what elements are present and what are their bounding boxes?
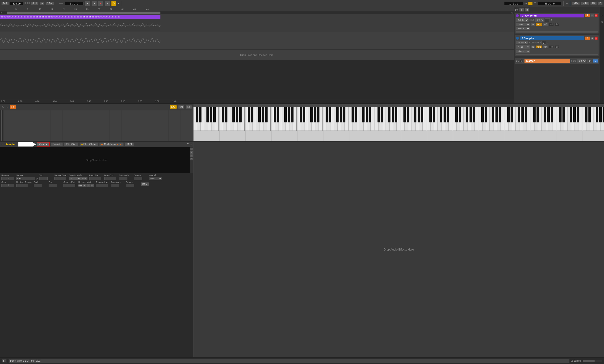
master-rate-select[interactable]: 1/2 — [577, 59, 587, 63]
release-btn-1[interactable]: → — [82, 184, 86, 187]
pr-sel-btn[interactable]: Sel — [186, 105, 192, 109]
track-2-in-btn[interactable]: In — [531, 45, 535, 49]
track-1-rate-select[interactable]: 1/2 — [535, 18, 544, 22]
modulation-tab-btn[interactable]: Modulation — [99, 142, 123, 146]
sample-field[interactable] — [16, 177, 35, 180]
pitchosc-tab-btn[interactable]: Pitch/Osc — [64, 142, 78, 146]
track-1-output-select[interactable]: Master — [516, 27, 530, 30]
scroll-l-btn[interactable]: L — [190, 154, 193, 157]
sample-tab-btn[interactable]: Sample — [51, 142, 63, 146]
scroll-b-btn[interactable]: B — [190, 148, 193, 151]
interpol-select[interactable]: Norm — [149, 177, 162, 180]
pr-key-btn[interactable]: Key — [170, 105, 176, 109]
release-loop-field[interactable] — [96, 184, 108, 187]
pencil-icon[interactable]: ✏ — [566, 2, 568, 5]
audio-effects-panel[interactable]: Drop Audio Effects Here — [193, 141, 604, 357]
track-2-routing-select[interactable]: None — [516, 45, 530, 49]
master-play-btn[interactable]: ▶ — [520, 59, 524, 63]
ram-btn[interactable]: RAM — [141, 182, 149, 186]
io-btn[interactable]: I — [601, 9, 603, 10]
bar-display[interactable]: 36 . 0 . 0 — [538, 2, 561, 5]
master-name[interactable]: Master — [525, 59, 570, 63]
sampler-help-btn[interactable]: ? — [187, 143, 189, 146]
midi-display[interactable]: MIDI — [581, 2, 589, 5]
sampler-expand-btn[interactable]: □ — [190, 143, 192, 146]
master-vol[interactable]: 0 — [588, 59, 592, 63]
key-display[interactable]: KEY — [572, 2, 580, 5]
pr-lin-btn[interactable]: Lin — [10, 105, 16, 109]
pos-display-left[interactable]: 1 . 1 . 1 — [65, 2, 84, 5]
back-to-start-btn[interactable]: ⟵ — [59, 2, 63, 5]
pr-grid-area[interactable] — [3, 110, 193, 141]
track-2-output-select[interactable]: Master — [516, 49, 530, 53]
track-1-in-btn[interactable]: In — [531, 23, 535, 26]
vol-field[interactable] — [39, 177, 48, 180]
return-btn[interactable]: R — [601, 21, 603, 23]
track-1-name[interactable]: Crazy Synth — [520, 14, 584, 17]
reverse-btn[interactable]: Off — [1, 177, 14, 180]
sustain-link-btn[interactable]: Link — [81, 177, 88, 180]
pos-display-right[interactable]: 1 . 1 . 1 — [504, 2, 523, 5]
pr-settings-btn[interactable]: ⚙ — [1, 105, 4, 109]
sample-browse-btn[interactable]: ⟳ — [36, 177, 38, 180]
scroll-handle[interactable] — [7, 12, 160, 14]
filterglobal-tab-btn[interactable]: Filter/Global — [79, 142, 98, 146]
add-btn[interactable]: + — [105, 1, 110, 6]
track-2-s-btn[interactable]: S — [590, 37, 594, 40]
track-2-vol[interactable]: 0 — [541, 41, 546, 45]
crossfade2-field[interactable] — [111, 184, 119, 187]
track-1-routing-select[interactable]: None — [516, 22, 530, 26]
set-stop-btn[interactable]: ■ — [525, 8, 529, 12]
pr-canvas[interactable] — [0, 110, 193, 141]
piano-keys-container[interactable] — [193, 107, 604, 141]
pr-forward-btn[interactable]: → — [5, 105, 8, 109]
tap-button[interactable]: TAP — [1, 2, 9, 5]
crossfade-field[interactable] — [119, 177, 127, 180]
track-2-input-select[interactable]: All Ins — [516, 41, 528, 45]
track-2-auto-btn[interactable]: Auto — [536, 45, 543, 49]
loop-end-field[interactable] — [104, 177, 116, 180]
loop-start-field[interactable] — [89, 177, 101, 180]
arrange-scrollbar[interactable]: ▶ ◁ — [0, 11, 514, 14]
detune-field[interactable] — [134, 177, 142, 180]
track-2-arm-btn[interactable]: ● — [595, 37, 598, 40]
track-1-s-btn[interactable]: S — [590, 14, 594, 17]
release-off-btn[interactable]: OFF — [78, 184, 82, 187]
play-btn[interactable]: ▶ — [85, 1, 90, 6]
track-1-auto-btn[interactable]: Auto — [536, 23, 543, 26]
pan-field[interactable] — [49, 184, 57, 187]
sample-start-field[interactable] — [54, 177, 66, 180]
metronome-btn[interactable]: ● — [40, 2, 44, 5]
track-1-vol[interactable]: 0 — [545, 18, 550, 22]
record-btn[interactable]: ● — [98, 1, 103, 6]
zone-tab-btn[interactable]: Zone ▲ — [37, 142, 49, 146]
bpm-display[interactable]: 120.00 — [10, 2, 23, 5]
sustain-btn-1[interactable]: → — [69, 177, 73, 180]
status-play-btn[interactable]: ▶ — [2, 359, 7, 363]
clip-block-1[interactable]: C1 C1 C1 C1 C1 C1 C1 C1 C1 C1 C1 C1 C1 C… — [0, 15, 160, 19]
release-btn-3[interactable]: ↻ — [90, 184, 94, 187]
detune2-field[interactable] — [126, 184, 134, 187]
scroll-m-btn[interactable]: M — [190, 151, 193, 154]
track-2-name[interactable]: 2 Sampler — [520, 36, 584, 40]
midi-tab-btn[interactable]: MIDI — [125, 142, 134, 146]
scale-field[interactable] — [34, 184, 42, 187]
punch-btn[interactable]: ◂ — [117, 2, 119, 5]
curve-btn[interactable]: ⌒ — [534, 2, 536, 5]
track-1-input-select[interactable]: Ext. In — [516, 18, 529, 22]
stop-btn[interactable]: ■ — [91, 1, 97, 6]
sample-end-field[interactable] — [63, 184, 75, 187]
master-pan[interactable]: 0 — [593, 60, 598, 63]
rootkey-field[interactable] — [16, 184, 28, 187]
sustain-btn-2[interactable]: ↕ — [73, 177, 77, 180]
piano-keys-svg[interactable] — [193, 107, 604, 141]
d-btn[interactable]: D — [598, 2, 603, 5]
set-play-btn[interactable]: ▶ — [519, 8, 524, 12]
track-1-off-btn[interactable]: Off — [543, 23, 548, 26]
loop-length-btn[interactable]: 1 Bar — [46, 2, 54, 5]
drop-files-zone[interactable]: Drop Files and Devices Here — [0, 50, 514, 60]
track-2-off-btn[interactable]: Off — [543, 45, 548, 49]
scroll-r-btn[interactable]: R — [190, 158, 193, 160]
sampler-power-icon[interactable]: ○ — [1, 143, 3, 146]
track-1-arm-btn[interactable]: ● — [595, 14, 598, 17]
